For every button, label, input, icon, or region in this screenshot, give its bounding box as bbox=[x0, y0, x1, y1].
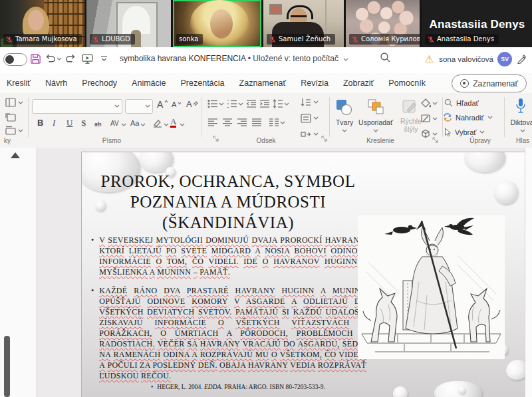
quick-styles-icon[interactable] bbox=[402, 98, 419, 116]
warning-icon[interactable]: ⚠ bbox=[425, 55, 434, 65]
undo-dropdown-icon[interactable] bbox=[57, 57, 62, 61]
record-button[interactable]: Zaznamenať bbox=[452, 74, 527, 92]
save-button[interactable] bbox=[29, 52, 42, 65]
spacing-dropdown-icon[interactable] bbox=[121, 123, 126, 126]
reset-slide-button[interactable] bbox=[5, 112, 16, 122]
outline-dropdown-icon[interactable] bbox=[432, 117, 438, 120]
slide-title[interactable]: PROROK, OCHRANCA, SYMBOL POZNANIA A MÚDR… bbox=[87, 171, 369, 233]
scroll-up-arrow[interactable] bbox=[11, 152, 20, 158]
start-slideshow-button[interactable] bbox=[80, 52, 94, 65]
clear-formatting-button[interactable]: A bbox=[186, 99, 192, 109]
tab-kreslit[interactable]: Kresliť bbox=[0, 78, 38, 88]
font-name-combobox[interactable] bbox=[32, 99, 122, 114]
slide-thumbnails-pane[interactable] bbox=[0, 148, 37, 397]
effects-dropdown-icon[interactable] bbox=[432, 132, 438, 136]
increase-indent-icon[interactable] bbox=[259, 99, 270, 108]
highlight-dropdown-icon[interactable] bbox=[164, 123, 169, 126]
align-left-icon[interactable] bbox=[207, 118, 218, 127]
text-direction-icon[interactable] bbox=[301, 98, 311, 107]
strikethrough-button[interactable]: ab bbox=[94, 120, 101, 128]
customize-qat-button[interactable] bbox=[97, 52, 110, 65]
arrange-button[interactable]: Usporiadať bbox=[356, 118, 395, 126]
smartart-dropdown-icon[interactable] bbox=[313, 132, 319, 136]
section-dropdown-icon[interactable] bbox=[18, 129, 23, 132]
account-username[interactable]: sona valovičová bbox=[439, 55, 493, 63]
text-shadow-button[interactable]: S bbox=[81, 118, 86, 128]
shape-effects-icon[interactable] bbox=[420, 129, 431, 138]
text-direction-dropdown-icon[interactable] bbox=[313, 100, 319, 104]
shapes-dropdown-icon[interactable] bbox=[342, 129, 347, 132]
line-spacing-dropdown-icon[interactable] bbox=[284, 102, 289, 106]
justify-icon[interactable] bbox=[251, 118, 262, 127]
autosave-toggle[interactable] bbox=[3, 53, 27, 66]
odin-engraving-image[interactable] bbox=[358, 215, 505, 359]
bold-button[interactable]: B bbox=[37, 118, 43, 128]
dictate-button[interactable]: Diktovať bbox=[507, 118, 532, 126]
numbering-dropdown-icon[interactable] bbox=[238, 102, 243, 106]
shape-fill-icon[interactable] bbox=[420, 98, 431, 108]
convert-smartart-icon[interactable] bbox=[301, 130, 311, 139]
align-text-icon[interactable] bbox=[301, 114, 311, 123]
shapes-button[interactable]: Tvary bbox=[331, 118, 358, 126]
italic-button[interactable]: I bbox=[53, 118, 55, 128]
section-button[interactable] bbox=[5, 126, 16, 135]
tab-prezentacia[interactable]: Prezentácia bbox=[174, 78, 232, 88]
slide-canvas[interactable]: PROROK, OCHRANCA, SYMBOL POZNANIA A MÚDR… bbox=[81, 152, 526, 397]
tab-prechody[interactable]: Prechody bbox=[74, 78, 124, 88]
avatar[interactable]: SV bbox=[497, 52, 512, 66]
fill-dropdown-icon[interactable] bbox=[432, 102, 438, 105]
search-button[interactable] bbox=[380, 52, 391, 63]
layout-dropdown-icon[interactable] bbox=[18, 101, 23, 104]
tab-zobrazit[interactable]: Zobraziť bbox=[336, 78, 381, 88]
find-button[interactable]: Hľadať bbox=[444, 98, 479, 107]
participant-tile[interactable]: Anastasiia Denys Anastasiia Denys bbox=[422, 0, 532, 47]
bullet-list-icon[interactable] bbox=[207, 99, 218, 108]
participant-tile-active-speaker[interactable]: sonka bbox=[173, 0, 261, 47]
align-center-icon[interactable] bbox=[222, 118, 233, 127]
dictate-mic-icon[interactable] bbox=[515, 98, 527, 115]
align-text-dropdown-icon[interactable] bbox=[313, 116, 319, 120]
font-size-combobox[interactable] bbox=[125, 99, 153, 114]
align-right-icon[interactable] bbox=[237, 118, 247, 127]
underline-button[interactable]: U bbox=[66, 118, 72, 128]
arrange-icon[interactable] bbox=[367, 98, 384, 116]
line-spacing-icon[interactable] bbox=[273, 99, 283, 108]
columns-icon[interactable] bbox=[269, 118, 279, 127]
inking-button[interactable] bbox=[515, 52, 528, 65]
document-title[interactable]: symbolika havrana KONFERENCIA • Uložené … bbox=[120, 54, 348, 63]
font-dialog-launcher[interactable] bbox=[213, 136, 219, 142]
vertical-scrollbar[interactable] bbox=[525, 148, 532, 397]
chevron-down-icon[interactable] bbox=[343, 58, 348, 61]
case-dropdown-icon[interactable] bbox=[140, 123, 146, 126]
tab-zaznamenat[interactable]: Zaznamenať bbox=[232, 78, 294, 88]
participant-tile[interactable]: Соломія Курилович bbox=[346, 0, 420, 47]
numbered-list-icon[interactable] bbox=[227, 99, 237, 108]
tab-animacie[interactable]: Animácie bbox=[124, 78, 173, 88]
dictate-dropdown-icon[interactable] bbox=[520, 129, 525, 132]
grow-font-button[interactable]: A bbox=[157, 99, 163, 110]
shrink-font-button[interactable]: A bbox=[172, 100, 176, 108]
participant-tile[interactable]: Tamara Mujkosova bbox=[0, 0, 84, 47]
font-color-button[interactable]: A bbox=[170, 118, 176, 128]
change-case-button[interactable]: Aa bbox=[130, 119, 139, 127]
arrange-dropdown-icon[interactable] bbox=[373, 129, 378, 132]
paragraph-dialog-launcher[interactable] bbox=[321, 136, 328, 142]
redo-button[interactable] bbox=[64, 52, 77, 65]
highlight-pen-icon[interactable] bbox=[153, 118, 163, 128]
slide-bullet-paragraph[interactable]: • V SEVERSKEJ MYTOLÓGII DOMINUJÚ DVAJA P… bbox=[91, 235, 366, 277]
tab-revizia[interactable]: Revízia bbox=[293, 78, 336, 88]
thumbnails-scrollbar-thumb[interactable] bbox=[4, 336, 10, 397]
shape-outline-icon[interactable] bbox=[420, 114, 431, 123]
decrease-indent-icon[interactable] bbox=[246, 99, 257, 108]
tab-navrh[interactable]: Návrh bbox=[38, 78, 74, 88]
undo-button[interactable] bbox=[43, 52, 57, 65]
columns-dropdown-icon[interactable] bbox=[280, 121, 285, 124]
participant-tile[interactable]: LDUBGD bbox=[86, 0, 171, 47]
tab-pomocnik[interactable]: Pomocník bbox=[381, 78, 433, 88]
shapes-icon[interactable] bbox=[335, 98, 352, 116]
replace-button[interactable]: Nahradiť bbox=[443, 113, 493, 122]
select-button[interactable]: Vybrať bbox=[444, 128, 485, 136]
bullets-dropdown-icon[interactable] bbox=[219, 102, 224, 106]
font-color-dropdown-icon[interactable] bbox=[180, 123, 185, 126]
slide-bullet-paragraph[interactable]: • KAŽDÉ RÁNO DVA PRASTARÉ HAVRANY HUGINN… bbox=[91, 285, 366, 381]
